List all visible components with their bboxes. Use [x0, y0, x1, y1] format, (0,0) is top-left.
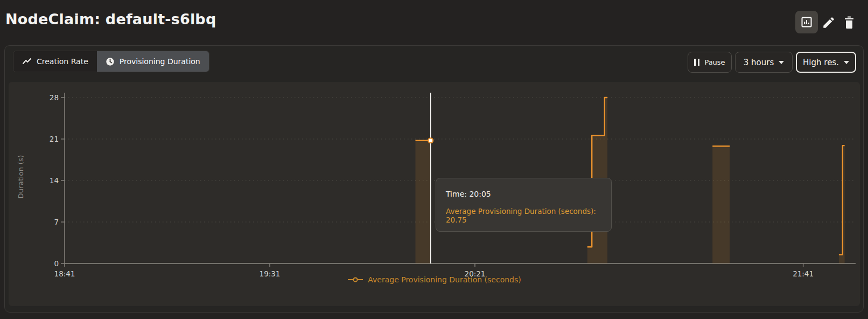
tab-provisioning-duration[interactable]: Provisioning Duration: [97, 51, 209, 72]
time-range-value: 3 hours: [744, 58, 774, 67]
bar-chart-icon: [800, 16, 813, 29]
svg-text:0: 0: [54, 259, 59, 268]
svg-text:14: 14: [50, 176, 59, 185]
page-title: NodeClaim: default-s6lbq: [5, 11, 216, 27]
duration-chart[interactable]: 0714212818:4119:3120:2121:41: [9, 82, 860, 306]
pause-label: Pause: [704, 58, 725, 66]
edit-button[interactable]: [820, 14, 838, 31]
resolution-dropdown[interactable]: High res.: [796, 52, 856, 73]
svg-text:28: 28: [50, 93, 59, 102]
clock-icon: [106, 57, 115, 66]
trend-line-icon: [22, 57, 32, 66]
tab-label: Provisioning Duration: [120, 57, 200, 66]
chart-area: 0714212818:4119:3120:2121:41 Duration (s…: [9, 82, 860, 306]
pause-button[interactable]: Pause: [688, 52, 732, 73]
caret-down-icon: [844, 61, 849, 64]
delete-button[interactable]: [840, 14, 858, 31]
chart-toggle-button[interactable]: [795, 11, 818, 33]
legend-marker-icon: [347, 276, 363, 283]
tooltip-series: Average Provisioning Duration (seconds):…: [446, 207, 601, 224]
tab-creation-rate[interactable]: Creation Rate: [13, 51, 97, 72]
svg-text:21: 21: [50, 135, 59, 143]
tooltip-time: Time: 20:05: [446, 190, 601, 198]
legend-item[interactable]: Average Provisioning Duration (seconds): [9, 273, 860, 286]
metric-tab-group: Creation Rate Provisioning Duration: [13, 51, 209, 72]
chart-tooltip: Time: 20:05 Average Provisioning Duratio…: [436, 178, 612, 232]
y-axis-label: Duration (s): [17, 155, 25, 198]
time-range-dropdown[interactable]: 3 hours: [735, 52, 793, 73]
svg-text:7: 7: [54, 218, 59, 226]
tab-label: Creation Rate: [37, 57, 88, 66]
pencil-icon: [822, 16, 836, 30]
resolution-value: High res.: [803, 58, 839, 67]
trash-icon: [843, 16, 856, 30]
pause-icon: [694, 59, 699, 66]
legend-label: Average Provisioning Duration (seconds): [368, 275, 521, 284]
caret-down-icon: [779, 61, 784, 64]
